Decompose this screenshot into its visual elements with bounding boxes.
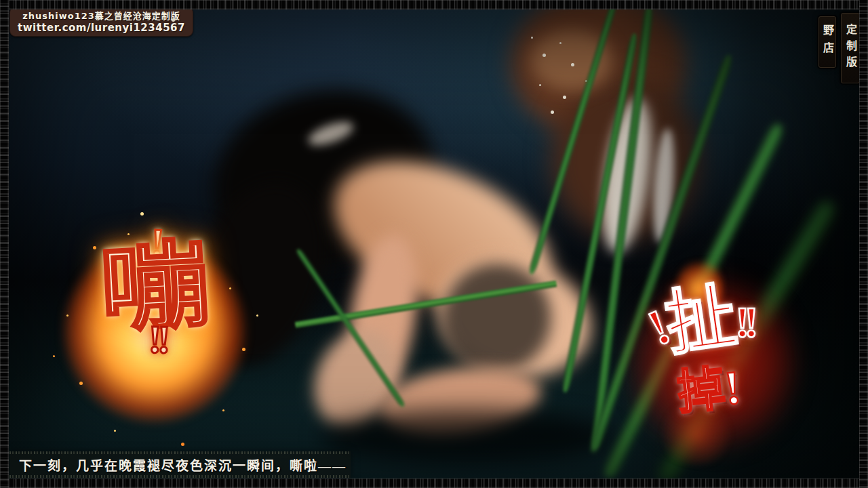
grass-blade <box>295 281 557 329</box>
watermark-line2: twitter.com/lurenyi1234567 <box>18 22 185 34</box>
watermark-dot <box>172 18 175 22</box>
sfx-rip-off: ! 扯 !! 掉! <box>649 289 778 445</box>
sfx-exclaim: !! <box>735 298 753 348</box>
sfx-exclaim: !! <box>148 324 166 356</box>
watermark-badge: zhushiwo123慕之曾经沧海定制版 twitter.com/lurenyi… <box>9 7 193 37</box>
background-figure-highlight <box>531 30 612 91</box>
scene-artwork: ! 嘣 !! ! 扯 !! 掉! <box>9 9 859 479</box>
white-fabric-shape <box>595 96 659 256</box>
comic-page: ! 嘣 !! ! 扯 !! 掉! zhushiwo123慕之曾经沧海定制版 tw… <box>0 0 868 488</box>
sfx-explosion: ! 嘣 !! <box>73 226 236 436</box>
caption-text: 下一刻，几乎在晚霞褪尽夜色深沉一瞬间，嘶啦—— <box>9 455 353 474</box>
garment-shape <box>427 248 566 387</box>
frame-border-right <box>859 0 868 488</box>
frame-border-left <box>0 0 9 488</box>
sfx-diao-character: 掉! <box>675 365 743 414</box>
hair-highlight <box>306 117 357 150</box>
corner-tab-edition: 定制版 <box>841 13 860 83</box>
white-fabric-shape <box>650 127 677 244</box>
grass-blade <box>561 33 639 393</box>
figure-silhouette <box>311 131 574 342</box>
grass-blade <box>528 9 619 275</box>
frame-border-bottom <box>0 479 868 488</box>
specular-specks <box>531 37 533 39</box>
ground-shadow <box>321 409 612 464</box>
background-figure-shape <box>511 9 687 138</box>
grass-blade <box>295 248 406 409</box>
corner-tab-series: 野店 <box>818 16 836 68</box>
watermark-line1: zhushiwo123慕之曾经沧海定制版 <box>18 9 185 22</box>
caption-bar: 下一刻，几乎在晚霞褪尽夜色深沉一瞬间，嘶啦—— <box>9 451 351 478</box>
figure-silhouette <box>339 229 428 400</box>
figure-silhouette <box>375 359 545 443</box>
figure-silhouette <box>425 243 604 393</box>
frame-border-top <box>0 0 868 9</box>
background-figure-shape <box>551 77 701 240</box>
figure-silhouette <box>298 316 415 442</box>
